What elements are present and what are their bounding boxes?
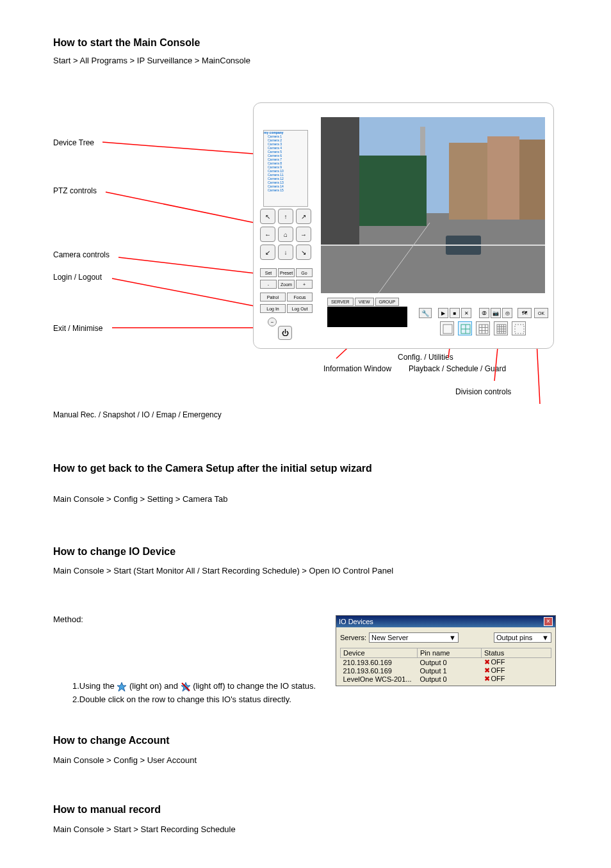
annot-device-tree: Device Tree [53, 138, 94, 149]
svg-rect-14 [519, 140, 545, 220]
table-row[interactable]: LevelOne WCS-201... Output 0 ✖OFF [341, 675, 551, 683]
svg-rect-13 [487, 136, 519, 220]
section5-title: How to manual record [53, 804, 161, 816]
section4-title: How to change Account [53, 735, 170, 746]
method-1: 1.Using the (light on) and (light off) t… [72, 680, 329, 693]
status-off-icon: ✖ [484, 658, 490, 666]
schedule-button[interactable]: ■ [450, 308, 460, 318]
annot-information: Information Window [323, 364, 391, 374]
patrol-button[interactable]: Patrol [260, 293, 286, 301]
servers-label: Servers: [340, 634, 366, 641]
annot-division: Division controls [455, 387, 511, 398]
table-row[interactable]: 210.193.60.169 Output 1 ✖OFF [341, 666, 551, 675]
go-button[interactable]: Go [296, 268, 313, 277]
svg-rect-17 [321, 117, 359, 245]
device-tree[interactable]: my company Camera 1 Camera 2 Camera 3 Ca… [263, 130, 308, 207]
section5-text: Main Console > Start > Start Recording S… [53, 823, 236, 836]
svg-line-3 [112, 278, 261, 307]
section2-text: Main Console > Config > Setting > Camera… [53, 493, 228, 506]
division-9[interactable] [476, 321, 490, 335]
annot-playback: Playback / Schedule / Guard [409, 364, 506, 374]
video-scene [321, 117, 545, 293]
ptz-grid: ↖ ↑ ↗ ← ⌂ → ↙ ↓ ↘ [260, 209, 311, 260]
method-2: 2.Double click on the row to change this… [72, 693, 329, 707]
svg-line-0 [102, 142, 261, 154]
ptz-sw[interactable]: ↙ [260, 245, 275, 260]
svg-rect-21 [443, 325, 452, 334]
io-title: IO Devices [339, 618, 373, 625]
table-row[interactable]: 210.193.60.169 Output 0 ✖OFF [341, 658, 551, 667]
chevron-down-icon: ▼ [542, 634, 549, 641]
status-off-icon: ✖ [484, 666, 490, 674]
info-window [327, 307, 407, 327]
ptz-n[interactable]: ↑ [278, 209, 293, 224]
section2-title: How to get back to the Camera Setup afte… [53, 463, 553, 474]
server-select[interactable]: New Server▼ [369, 632, 459, 643]
preset-button[interactable]: Preset [278, 268, 295, 277]
ptz-s[interactable]: ↓ [278, 245, 293, 260]
tab-group[interactable]: GROUP [375, 298, 400, 306]
svg-rect-25 [479, 325, 488, 334]
division-1[interactable] [440, 321, 454, 335]
section1-title: How to start the Main Console [53, 37, 200, 49]
ptz-ne[interactable]: ↗ [296, 209, 311, 224]
annot-ptz: PTZ controls [53, 186, 97, 197]
emergency-button[interactable]: OK [534, 308, 548, 318]
annot-login: Login / Logout [53, 272, 102, 283]
tab-view[interactable]: VIEW [355, 298, 374, 306]
annot-wrench: Config. / Utilities [398, 352, 453, 363]
io-table: Device Pin name Status 210.193.60.169 Ou… [340, 648, 551, 683]
io-devices-dialog: IO Devices × Servers: New Server▼ Output… [336, 615, 556, 686]
emap-button[interactable]: 🗺 [517, 308, 532, 318]
svg-marker-38 [117, 682, 126, 691]
video-view [321, 117, 545, 293]
methods-label: Method: [53, 613, 83, 626]
exit-button[interactable]: ⏻ [278, 326, 292, 340]
svg-rect-12 [449, 143, 487, 220]
col-device[interactable]: Device [341, 648, 418, 658]
zoom-minus[interactable]: - [260, 280, 277, 289]
login-button[interactable]: Log In [260, 304, 286, 313]
logout-button[interactable]: Log Out [287, 304, 313, 313]
light-on-icon [117, 682, 127, 692]
zoom-label: Zoom [278, 280, 295, 289]
section4-text: Main Console > Config > User Account [53, 754, 197, 767]
zoom-plus[interactable]: + [296, 280, 313, 289]
focus-button[interactable]: Focus [287, 293, 313, 301]
config-button[interactable]: 🔧 [419, 308, 432, 318]
annot-cam: Camera controls [53, 250, 110, 261]
pins-select[interactable]: Output pins▼ [494, 632, 551, 643]
section1-text: Start > All Programs > IP Surveillance >… [53, 54, 250, 67]
svg-line-1 [106, 192, 261, 224]
svg-rect-37 [515, 325, 524, 334]
io-button[interactable]: ◎ [502, 308, 512, 318]
close-icon[interactable]: × [544, 617, 553, 626]
annot-manual: Manual Rec. / Snapshot / IO / Emap / Eme… [53, 410, 553, 421]
ptz-e[interactable]: → [296, 227, 311, 242]
snapshot-button[interactable]: 📷 [491, 308, 501, 318]
division-4[interactable] [458, 321, 472, 335]
io-titlebar: IO Devices × [336, 616, 555, 627]
playback-button[interactable]: ▶ [438, 308, 448, 318]
set-button[interactable]: Set [260, 268, 277, 277]
guard-button[interactable]: ✕ [461, 308, 471, 318]
ptz-home[interactable]: ⌂ [278, 227, 293, 242]
section3-title: How to change IO Device [53, 546, 175, 558]
section3-text1: Main Console > Start (Start Monitor All … [53, 565, 553, 577]
annot-exit: Exit / Minimise [53, 323, 102, 334]
ptz-w[interactable]: ← [260, 227, 275, 242]
main-console: my company Camera 1 Camera 2 Camera 3 Ca… [253, 102, 554, 349]
tree-cam[interactable]: Camera 15 [264, 188, 307, 192]
light-off-icon [181, 682, 191, 692]
ptz-se[interactable]: ↘ [296, 245, 311, 260]
manual-rec-button[interactable]: ⦿ [479, 308, 489, 318]
col-status[interactable]: Status [482, 648, 551, 658]
col-pin[interactable]: Pin name [418, 648, 482, 658]
ptz-nw[interactable]: ↖ [260, 209, 275, 224]
division-16[interactable] [494, 321, 508, 335]
division-full[interactable] [512, 321, 526, 335]
chevron-down-icon: ▼ [449, 634, 456, 641]
minimise-button[interactable]: − [268, 317, 277, 326]
status-off-icon: ✖ [484, 675, 490, 682]
tab-server[interactable]: SERVER [327, 298, 354, 306]
